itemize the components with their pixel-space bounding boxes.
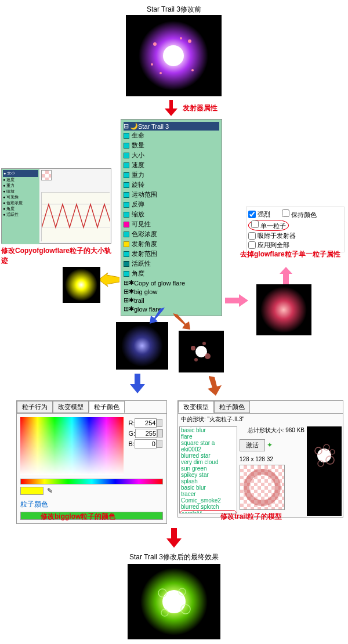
tree-prop[interactable]: 数量: [124, 140, 219, 150]
arrow-blue-down-icon: [130, 374, 145, 393]
svg-point-23: [202, 342, 206, 345]
svg-point-18: [121, 325, 163, 367]
tree-child[interactable]: ⊞ ✱ glow flare: [124, 305, 219, 313]
tab-model2[interactable]: 改变模型: [178, 401, 214, 413]
cb-applyall[interactable]: [248, 241, 256, 249]
particle-options: 强烈保持颜色 单一粒子 吸附于发射器 应用到全部: [246, 207, 345, 252]
total-size: 总计形状大小: 960 KB: [240, 426, 304, 435]
shape-list[interactable]: basic blur flare square star a eki0002 b…: [179, 426, 237, 513]
spinner-icon[interactable]: [157, 419, 162, 427]
svg-point-14: [65, 269, 97, 301]
tree-prop[interactable]: 可见性: [124, 219, 219, 229]
tree-prop[interactable]: 重力: [124, 170, 219, 180]
arrow-pink-icon: [225, 293, 248, 308]
svg-point-4: [188, 39, 191, 43]
tree-prop[interactable]: 活跃性: [124, 259, 219, 269]
activate-button[interactable]: 激活: [240, 439, 265, 451]
svg-point-22: [205, 353, 211, 359]
tree-prop[interactable]: 旋转: [124, 180, 219, 190]
tree-prop[interactable]: 反弹: [124, 200, 219, 209]
cb-strong[interactable]: [248, 211, 256, 218]
preview-yellow: [63, 267, 100, 303]
arrow-blue-diag-icon: [148, 307, 166, 325]
tree-child[interactable]: ⊞ ✱ trail: [124, 296, 219, 305]
tab-behavior[interactable]: 粒子行为: [17, 401, 53, 413]
single-particle-circled: 单一粒子: [248, 220, 289, 231]
preview-trail-small: [179, 331, 224, 372]
arrow-down-final-icon: [165, 528, 183, 548]
svg-point-16: [260, 287, 307, 333]
svg-point-7: [180, 37, 182, 39]
list-item[interactable]: splash: [180, 478, 237, 484]
list-item[interactable]: blurred star: [180, 453, 237, 459]
list-item[interactable]: blurred splotch: [180, 504, 237, 510]
list-item[interactable]: very dim cloud: [180, 459, 237, 465]
preview-blue: [116, 322, 168, 370]
tree-prop[interactable]: 生命: [124, 131, 219, 140]
graph-editor[interactable]: ● 大小 ● 速度● 重力● 缩放● 可见性● 色彩浓度● 角度● 活跃性: [1, 168, 111, 244]
list-item[interactable]: Comic_smoke2: [180, 497, 237, 504]
model-panel: 改变模型粒子颜色 中的形状: "火花粒子.IL3" basic blur fla…: [177, 400, 343, 518]
caption-bigglow: 修改bigglow粒子的颜色: [41, 512, 115, 522]
arrow-orange-down-icon: [205, 376, 222, 396]
tree-prop[interactable]: 角度: [124, 269, 219, 278]
sparkle-icon: ✦: [267, 441, 273, 449]
svg-point-2: [163, 45, 184, 66]
model-header: 中的形状: "火花粒子.IL3": [178, 414, 343, 425]
tree-prop[interactable]: 速度: [124, 160, 219, 170]
list-item[interactable]: eki0002: [180, 446, 237, 453]
title-after: Star Trail 3修改后的最终效果: [99, 552, 249, 562]
tree-child[interactable]: ⊞ ✱ Copy of glow flare: [124, 278, 219, 287]
cb-keepcolor[interactable]: [282, 209, 289, 217]
r-input[interactable]: [135, 418, 157, 428]
g-input[interactable]: [135, 429, 157, 438]
arrow-yellow-icon: [99, 273, 119, 289]
tree-prop[interactable]: 运动范围: [124, 190, 219, 200]
tree-prop[interactable]: 大小: [124, 150, 219, 160]
emitter-label: 发射器属性: [183, 103, 217, 113]
list-item[interactable]: flare: [180, 433, 237, 440]
tree-prop[interactable]: 发射范围: [124, 249, 219, 259]
eyedropper-icon[interactable]: ✎: [47, 487, 53, 495]
list-item[interactable]: tracer: [180, 491, 237, 497]
emitter-tree[interactable]: ⊟🌙 Star Trail 3 生命 数量 大小 速度 重力 旋转 运动范围 反…: [121, 119, 222, 316]
arrow-orange-diag-icon: [172, 313, 191, 331]
svg-point-26: [317, 448, 331, 462]
color-picker-panel: 粒子行为改变模型粒子颜色 R: G: B: ✎ 粒子颜色: [16, 400, 167, 524]
tree-prop[interactable]: 色彩浓度: [124, 229, 219, 239]
hue-slider[interactable]: [20, 479, 163, 484]
svg-point-6: [191, 69, 194, 71]
spinner-icon[interactable]: [157, 429, 163, 437]
model-result-preview: [307, 426, 342, 516]
cb-attach[interactable]: [248, 232, 256, 240]
tab-color[interactable]: 粒子颜色: [89, 401, 125, 413]
svg-point-21: [191, 346, 195, 350]
list-item[interactable]: basic blur: [180, 484, 237, 491]
tree-prop[interactable]: 发射角度: [124, 239, 219, 249]
tab-color2[interactable]: 粒子颜色: [214, 401, 250, 413]
svg-rect-25: [307, 426, 342, 516]
svg-point-8: [151, 63, 153, 66]
list-item[interactable]: basic blur: [180, 427, 237, 433]
preview-before: [126, 15, 222, 96]
dims-label: 128 x 128 32: [240, 456, 304, 462]
tree-child[interactable]: ⊞ ✱ big glow: [124, 287, 219, 296]
cb-single[interactable]: [251, 220, 259, 228]
color-gradient[interactable]: [20, 417, 124, 475]
tree-prop[interactable]: 缩放: [124, 209, 219, 219]
preview-pink: [256, 284, 311, 335]
caption-removeflare: 去掉glowflare粒子单一粒子属性: [240, 249, 345, 259]
list-item[interactable]: sun green: [180, 465, 237, 472]
list-item[interactable]: square star a: [180, 440, 237, 446]
b-input[interactable]: [135, 439, 157, 448]
list-item[interactable]: spikey star: [180, 472, 237, 478]
shape-preview: [240, 465, 285, 510]
svg-point-3: [153, 42, 157, 46]
spinner-icon[interactable]: [157, 440, 162, 448]
tree-root[interactable]: ⊟🌙 Star Trail 3: [124, 122, 219, 131]
svg-rect-9: [42, 193, 110, 242]
arrow-pink-up-icon: [278, 267, 293, 284]
caption-copyflare: 修改Copyofglowflare粒子的大小轨迹: [1, 246, 111, 266]
tab-model[interactable]: 改变模型: [53, 401, 89, 413]
color-swatch: [20, 487, 44, 495]
